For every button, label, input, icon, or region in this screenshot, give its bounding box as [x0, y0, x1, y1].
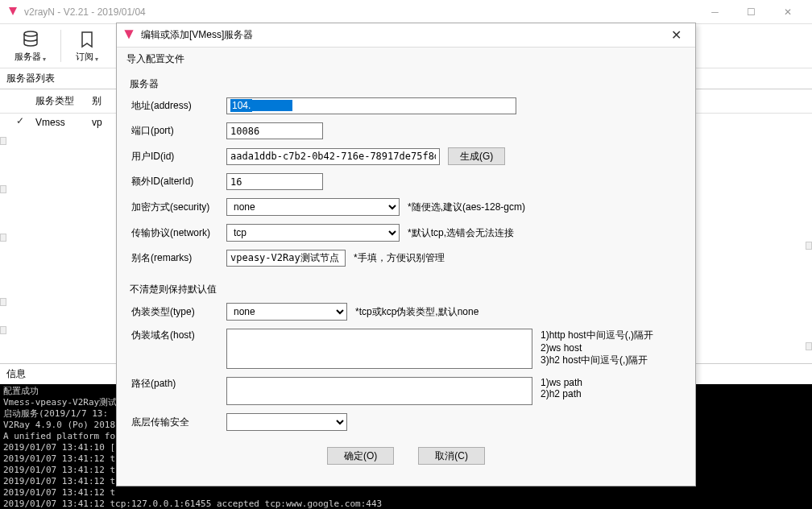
- side-handle: [0, 298, 6, 306]
- side-handle: [0, 137, 6, 145]
- tls-select[interactable]: [226, 413, 347, 431]
- security-select[interactable]: none: [226, 198, 400, 216]
- side-handle: [806, 242, 812, 250]
- col-type[interactable]: 服务类型: [29, 93, 85, 110]
- userid-label: 用户ID(id): [130, 150, 218, 163]
- remarks-label: 别名(remarks): [130, 251, 218, 265]
- side-handle: [806, 342, 812, 350]
- alterid-input[interactable]: [226, 173, 323, 190]
- subscribe-menu-button[interactable]: 订阅▾: [69, 28, 105, 64]
- address-input[interactable]: 104.: [226, 97, 516, 114]
- host-input[interactable]: [226, 329, 532, 369]
- path-input[interactable]: [226, 377, 532, 405]
- side-handle: [0, 234, 6, 242]
- address-label: 地址(address): [130, 99, 218, 113]
- database-icon: [21, 30, 40, 49]
- vmess-dialog: 编辑或添加[VMess]服务器 ✕ 导入配置文件 服务器 地址(address)…: [116, 23, 696, 486]
- svg-point-0: [24, 31, 37, 36]
- port-label: 端口(port): [130, 124, 218, 138]
- host-label: 伪装域名(host): [130, 329, 218, 342]
- port-input[interactable]: [226, 122, 323, 139]
- app-icon: [6, 6, 19, 19]
- window-title: v2rayN - V2.21 - 2019/01/04: [24, 6, 697, 18]
- main-titlebar: v2rayN - V2.21 - 2019/01/04 ─ ☐ ✕: [0, 0, 812, 24]
- side-handle: [0, 185, 6, 193]
- bookmark-icon: [77, 30, 97, 49]
- ok-button[interactable]: 确定(O): [327, 447, 394, 465]
- network-label: 传输协议(network): [130, 226, 218, 240]
- maximize-button[interactable]: ☐: [733, 1, 769, 23]
- dialog-titlebar: 编辑或添加[VMess]服务器 ✕: [117, 23, 695, 48]
- remarks-input[interactable]: [226, 250, 346, 267]
- path-hint: 1)ws path 2)h2 path: [541, 377, 582, 399]
- network-hint: *默认tcp,选错会无法连接: [408, 226, 514, 240]
- alterid-label: 额外ID(alterId): [130, 175, 218, 188]
- host-hint: 1)http host中间逗号(,)隔开 2)ws host 3)h2 host…: [541, 329, 653, 367]
- side-handle: [0, 326, 6, 334]
- close-button[interactable]: ✕: [769, 1, 806, 23]
- subsection-label: 不清楚则保持默认值: [130, 283, 682, 296]
- tls-label: 底层传输安全: [130, 416, 218, 429]
- userid-input[interactable]: [226, 148, 440, 165]
- remarks-hint: *手填，方便识别管理: [354, 251, 445, 265]
- type-label: 伪装类型(type): [130, 305, 218, 319]
- col-alias[interactable]: 别: [85, 93, 108, 110]
- server-section-label: 服务器: [130, 77, 682, 91]
- security-label: 加密方式(security): [130, 201, 218, 214]
- server-menu-button[interactable]: 服务器▾: [8, 28, 52, 64]
- security-hint: *随便选,建议(aes-128-gcm): [408, 201, 525, 214]
- toolbar-divider: [60, 30, 61, 62]
- check-icon: ✓: [16, 115, 26, 130]
- minimize-button[interactable]: ─: [697, 1, 733, 23]
- network-select[interactable]: tcp: [226, 224, 400, 242]
- import-config-menu[interactable]: 导入配置文件: [117, 48, 695, 71]
- generate-button[interactable]: 生成(G): [448, 147, 505, 165]
- dialog-close-button[interactable]: ✕: [660, 27, 692, 43]
- type-select[interactable]: none: [226, 303, 347, 321]
- type-hint: *tcp或kcp伪装类型,默认none: [355, 305, 478, 319]
- cell-type: Vmess: [29, 115, 85, 130]
- dialog-title: 编辑或添加[VMess]服务器: [141, 28, 660, 42]
- cell-alias: vp: [85, 115, 109, 130]
- path-label: 路径(path): [130, 377, 218, 391]
- dialog-icon: [122, 28, 136, 43]
- cancel-button[interactable]: 取消(C): [418, 447, 485, 465]
